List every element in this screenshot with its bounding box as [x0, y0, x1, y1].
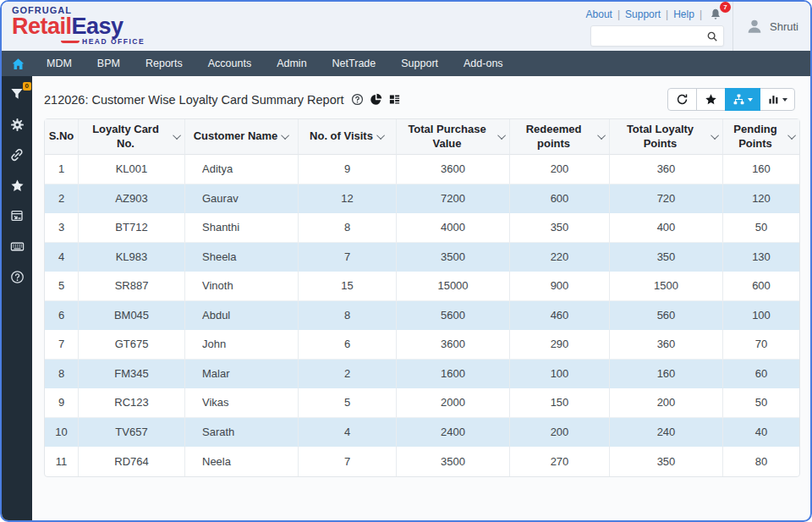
- cell-redeemed-points: 200: [510, 418, 610, 448]
- cell-purchase-value: 5600: [397, 301, 510, 331]
- cell-purchase-value: 7200: [397, 184, 510, 214]
- column-header-loyalty-card-no-[interactable]: Loyalty Card No.: [79, 119, 185, 155]
- table-row[interactable]: 6BM045Abdul85600460560100: [45, 301, 799, 331]
- search-icon[interactable]: [706, 30, 718, 42]
- header-link-about[interactable]: About: [586, 8, 612, 20]
- cell-sno: 3: [45, 213, 79, 243]
- nav-home[interactable]: [2, 57, 34, 71]
- keyboard-icon[interactable]: [9, 239, 25, 254]
- table-row[interactable]: 11RD764Neela7350027035080: [45, 447, 799, 476]
- table-row[interactable]: 5SR887Vinoth15150009001500600: [45, 272, 799, 301]
- column-header-customer-name[interactable]: Customer Name: [185, 119, 299, 155]
- nav-item-nettrade[interactable]: NetTrade: [320, 51, 389, 76]
- cell-customer-name: Vikas: [185, 388, 299, 418]
- cell-customer-name: Neela: [185, 447, 299, 476]
- cell-customer-name: Malar: [185, 360, 299, 389]
- cell-pending-points: 100: [723, 301, 799, 331]
- chart-view-button[interactable]: [760, 88, 795, 111]
- link-separator: |: [700, 8, 702, 20]
- cell-pending-points: 600: [723, 272, 799, 301]
- cell-purchase-value: 3500: [397, 447, 510, 476]
- table-header-row: S.NoLoyalty Card No.Customer NameNo. of …: [45, 119, 799, 155]
- cell-purchase-value: 1600: [397, 360, 510, 389]
- user-menu[interactable]: Shruti: [732, 2, 810, 51]
- global-search[interactable]: [590, 25, 724, 47]
- cell-redeemed-points: 220: [510, 243, 610, 272]
- column-header-no-of-visits[interactable]: No. of Visits: [299, 119, 397, 155]
- cell-loyalty-points: 350: [610, 243, 723, 272]
- notifications-button[interactable]: 7: [709, 8, 724, 21]
- table-row[interactable]: 4KL983Sheela73500220350130: [45, 243, 799, 272]
- cell-visits: 5: [299, 388, 397, 418]
- table-row[interactable]: 2AZ903Gaurav127200600720120: [45, 184, 799, 214]
- cell-loyalty-points: 160: [610, 360, 723, 389]
- nav-item-bpm[interactable]: BPM: [85, 51, 133, 76]
- report-main: 212026: Customer Wise Loyalty Card Summa…: [32, 76, 810, 520]
- table-header: S.NoLoyalty Card No.Customer NameNo. of …: [45, 119, 799, 155]
- table-row[interactable]: 10TV657Sarath4240020024040: [45, 418, 799, 448]
- sort-chevron-icon[interactable]: [787, 131, 796, 140]
- sort-chevron-icon[interactable]: [710, 131, 719, 140]
- report-help-icon[interactable]: [351, 93, 364, 106]
- header-link-support[interactable]: Support: [625, 8, 661, 20]
- cell-redeemed-points: 150: [510, 388, 610, 418]
- favorite-button[interactable]: [696, 88, 726, 111]
- cell-sno: 2: [45, 184, 79, 214]
- sort-chevron-icon[interactable]: [497, 131, 506, 140]
- user-name: Shruti: [770, 20, 798, 33]
- table-row[interactable]: 9RC123Vikas5200015020050: [45, 388, 799, 418]
- favorites-star-icon[interactable]: [9, 178, 25, 193]
- table-row[interactable]: 1KL001Aditya93600200360160: [45, 155, 799, 184]
- search-input[interactable]: [596, 30, 706, 42]
- cell-purchase-value: 15000: [397, 272, 510, 301]
- grid-view-icon[interactable]: [388, 93, 401, 106]
- cell-loyalty-points: 400: [610, 213, 723, 243]
- loyalty-summary-table: S.NoLoyalty Card No.Customer NameNo. of …: [44, 118, 800, 477]
- cell-visits: 15: [299, 272, 397, 301]
- link-icon[interactable]: [9, 147, 25, 162]
- column-header-pending-points[interactable]: Pending Points: [723, 119, 799, 155]
- nav-item-support[interactable]: Support: [388, 51, 451, 76]
- sort-chevron-icon[interactable]: [281, 131, 289, 140]
- header-link-help[interactable]: Help: [673, 8, 694, 20]
- table-row[interactable]: 7GT675John6360029036070: [45, 330, 799, 360]
- nav-item-accounts[interactable]: Accounts: [195, 51, 264, 76]
- nav-item-admin[interactable]: Admin: [264, 51, 319, 76]
- cell-redeemed-points: 200: [510, 155, 610, 184]
- cell-sno: 5: [45, 272, 79, 301]
- cell-card-no: KL983: [79, 243, 185, 272]
- nav-item-mdm[interactable]: MDM: [34, 51, 85, 76]
- nav-item-add-ons[interactable]: Add-ons: [451, 51, 516, 76]
- table-row[interactable]: 8FM345Malar2160010016060: [45, 360, 799, 389]
- cell-loyalty-points: 1500: [610, 272, 723, 301]
- sort-chevron-icon[interactable]: [173, 131, 181, 140]
- column-label: Total Purchase Value: [400, 123, 494, 151]
- nav-item-reports[interactable]: Reports: [133, 51, 195, 76]
- column-header-total-loyalty-points[interactable]: Total Loyalty Points: [610, 119, 723, 155]
- cell-redeemed-points: 290: [510, 330, 610, 360]
- sort-chevron-icon[interactable]: [597, 131, 606, 140]
- cell-customer-name: Vinoth: [185, 272, 299, 301]
- cell-pending-points: 50: [723, 213, 799, 243]
- refresh-button[interactable]: [667, 88, 697, 111]
- sort-chevron-icon[interactable]: [376, 131, 385, 140]
- filter-icon[interactable]: 0: [9, 86, 25, 102]
- table-row[interactable]: 3BT712Shanthi8400035040050: [45, 213, 799, 243]
- hierarchy-view-button[interactable]: [725, 88, 760, 111]
- column-header-total-purchase-value[interactable]: Total Purchase Value: [397, 119, 510, 155]
- user-avatar-icon: [745, 17, 764, 36]
- cell-pending-points: 160: [723, 155, 799, 184]
- column-header-redeemed-points[interactable]: Redeemed points: [510, 119, 610, 155]
- report-toolbar: [667, 88, 795, 111]
- table-body: 1KL001Aditya936002003601602AZ903Gaurav12…: [45, 155, 799, 476]
- help-icon[interactable]: [9, 269, 25, 284]
- pie-chart-icon[interactable]: [370, 93, 382, 106]
- column-label: Redeemed points: [513, 123, 594, 151]
- settings-gear-icon[interactable]: [9, 117, 25, 132]
- cell-customer-name: Abdul: [185, 301, 299, 331]
- cell-visits: 2: [299, 360, 397, 389]
- brand-name-blue: Easy: [72, 14, 123, 39]
- cell-card-no: AZ903: [79, 184, 185, 214]
- export-window-icon[interactable]: [9, 208, 25, 223]
- refresh-icon: [676, 93, 689, 106]
